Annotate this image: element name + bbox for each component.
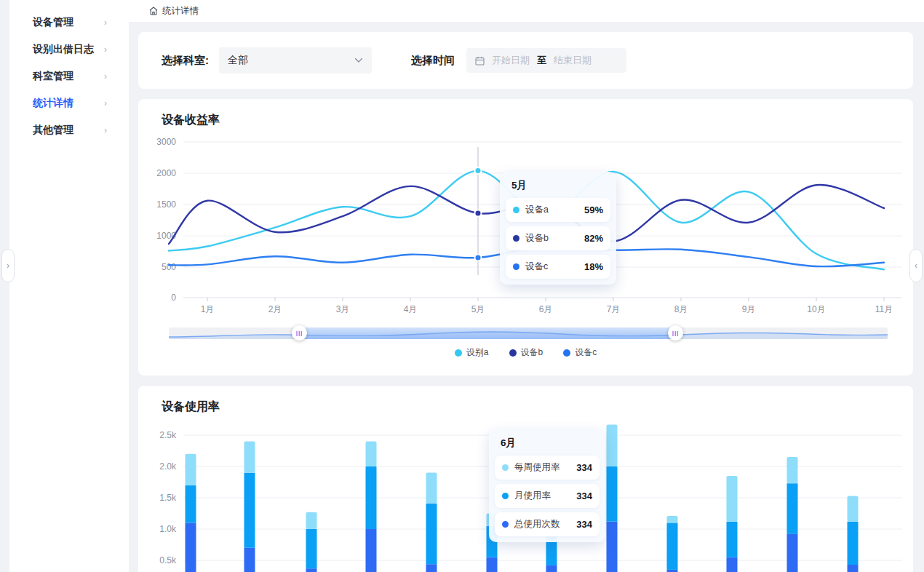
home-icon: [148, 6, 159, 16]
date-range-picker[interactable]: 开始日期 至 结束日期: [466, 48, 626, 73]
x-axis-label: 9月: [742, 304, 756, 314]
bar-segment-月使用率[interactable]: [848, 522, 859, 565]
datazoom-handle-left[interactable]: |||: [292, 325, 307, 341]
bar-segment-总使用次数[interactable]: [546, 565, 557, 572]
legend-item[interactable]: 设备b: [509, 346, 543, 359]
bar-segment-总使用次数[interactable]: [727, 557, 738, 572]
line-chart-tooltip-title: 5月: [511, 179, 610, 192]
sidebar-item-2[interactable]: 科室管理›: [9, 63, 129, 90]
bar-segment-每周使用率[interactable]: [727, 476, 738, 522]
series-color-dot: [513, 263, 519, 270]
sidebar-item-4[interactable]: 其他管理›: [9, 116, 129, 143]
bar-segment-月使用率[interactable]: [607, 466, 618, 522]
y-axis-label: 0: [171, 293, 176, 303]
tooltip-series-label: 设备a: [525, 204, 584, 216]
bar-segment-月使用率[interactable]: [727, 522, 738, 557]
chevron-down-icon: [354, 57, 363, 63]
line-chart: 300020001500100050001月2月3月4月5月6月7月8月9月10…: [138, 99, 913, 376]
sidebar-item-3[interactable]: 统计详情›: [9, 90, 129, 116]
bar-segment-每周使用率[interactable]: [787, 457, 798, 483]
department-select-value: 全部: [228, 54, 248, 67]
bar-chart-tooltip-row: 月使用率334: [495, 484, 600, 508]
bar-segment-每周使用率[interactable]: [848, 496, 859, 521]
line-chart-tooltip-row: 设备a59%: [506, 198, 610, 222]
bar-segment-月使用率[interactable]: [186, 485, 196, 523]
tooltip-series-label: 每周使用率: [514, 461, 576, 474]
bar-segment-每周使用率[interactable]: [186, 454, 196, 485]
tooltip-series-label: 总使用次数: [514, 518, 576, 531]
x-axis-label: 4月: [404, 304, 418, 314]
date-end-input[interactable]: 结束日期: [554, 54, 592, 67]
x-axis-label: 2月: [268, 304, 282, 314]
bar-segment-每周使用率[interactable]: [667, 516, 678, 523]
bar-segment-总使用次数[interactable]: [787, 534, 798, 572]
x-axis-label: 5月: [471, 304, 485, 314]
bar-segment-每周使用率[interactable]: [244, 442, 255, 473]
bar-segment-总使用次数[interactable]: [426, 564, 437, 572]
department-select[interactable]: 全部: [219, 47, 372, 74]
chevron-left-icon: ‹: [915, 261, 917, 271]
x-axis-label: 8月: [674, 304, 688, 314]
y-axis-label: 2.0k: [159, 461, 177, 472]
tooltip-series-value: 18%: [584, 261, 603, 272]
chevron-right-icon: ›: [104, 17, 107, 28]
bar-chart-tooltip-title: 6月: [501, 437, 600, 450]
left-panel-toggle[interactable]: ›: [1, 249, 15, 282]
bar-segment-月使用率[interactable]: [426, 504, 437, 564]
y-axis-label: 1.0k: [159, 524, 177, 534]
sidebar-item-label: 设别出借日志: [33, 43, 94, 56]
bar-segment-每周使用率[interactable]: [607, 424, 618, 466]
bar-segment-月使用率[interactable]: [366, 466, 377, 529]
date-start-input[interactable]: 开始日期: [492, 54, 530, 67]
bar-chart-tooltip-row: 总使用次数334: [495, 512, 600, 536]
bar-segment-总使用次数[interactable]: [186, 523, 196, 572]
tooltip-series-value: 334: [576, 519, 592, 530]
breadcrumb[interactable]: 统计详情: [148, 5, 199, 17]
bar-segment-月使用率[interactable]: [787, 483, 798, 534]
bar-chart: 2.5k2.0k1.5k1.0k0.5k6月每周使用率334月使用率334总使用…: [138, 386, 913, 572]
x-axis-label: 10月: [807, 304, 825, 314]
y-axis-label: 0.5k: [159, 555, 177, 565]
legend-item[interactable]: 设备c: [563, 346, 597, 359]
series-color-dot: [502, 521, 509, 528]
bar-segment-总使用次数[interactable]: [848, 565, 859, 572]
bar-segment-每周使用率[interactable]: [366, 442, 377, 466]
hover-point-dot: [475, 254, 482, 261]
time-filter-label: 选择时间: [411, 54, 455, 68]
bar-segment-月使用率[interactable]: [244, 473, 255, 548]
x-axis-label: 1月: [201, 304, 215, 314]
bar-segment-月使用率[interactable]: [667, 523, 678, 570]
x-axis-label: 11月: [875, 304, 893, 314]
series-color-dot: [513, 235, 519, 242]
topbar: 统计详情: [129, 0, 924, 22]
sidebar-item-0[interactable]: 设备管理›: [9, 9, 129, 36]
line-chart-tooltip-row: 设备b82%: [506, 226, 610, 250]
usage-bar-chart-card: 设备使用率 2.5k2.0k1.5k1.0k0.5k6月每周使用率334月使用率…: [138, 386, 913, 572]
tooltip-series-label: 设备c: [525, 261, 584, 273]
chevron-right-icon: ›: [104, 44, 107, 55]
chevron-right-icon: ›: [7, 261, 9, 271]
legend-item[interactable]: 设别a: [455, 346, 489, 359]
chevron-right-icon: ›: [104, 71, 107, 82]
sidebar-item-label: 设备管理: [33, 16, 73, 29]
bar-segment-总使用次数[interactable]: [306, 568, 317, 572]
datazoom-handle-right[interactable]: |||: [668, 325, 683, 341]
bar-segment-每周使用率[interactable]: [426, 473, 437, 504]
right-panel-toggle[interactable]: ‹: [909, 249, 923, 282]
x-axis-label: 3月: [336, 304, 350, 314]
breadcrumb-label: 统计详情: [162, 5, 199, 17]
datazoom-track[interactable]: ||||||: [169, 327, 888, 339]
bar-chart-tooltip-row: 每周使用率334: [495, 456, 600, 480]
sidebar-item-label: 其他管理: [33, 124, 73, 137]
series-color-dot: [502, 493, 509, 499]
legend-label: 设备c: [575, 346, 597, 359]
bar-segment-总使用次数[interactable]: [366, 529, 377, 572]
y-axis-label: 500: [162, 262, 176, 272]
bar-segment-总使用次数[interactable]: [607, 522, 618, 572]
datazoom-minimap: [169, 327, 888, 339]
bar-segment-总使用次数[interactable]: [244, 548, 255, 572]
bar-segment-月使用率[interactable]: [306, 529, 317, 568]
bar-segment-每周使用率[interactable]: [306, 512, 317, 529]
sidebar-item-1[interactable]: 设别出借日志›: [9, 36, 129, 63]
bar-segment-总使用次数[interactable]: [487, 557, 498, 572]
